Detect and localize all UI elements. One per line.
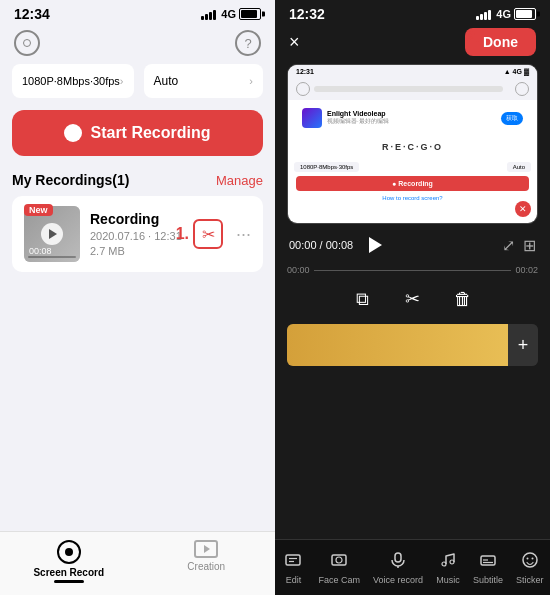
- ruler-mid: 00:02: [515, 265, 538, 275]
- timeline-controls: 00:00 / 00:08 ⤢ ⊞: [275, 224, 550, 262]
- edit-icon: [281, 548, 305, 572]
- toolbar-subtitle[interactable]: Subtitle: [473, 548, 503, 585]
- close-button[interactable]: ×: [289, 32, 300, 53]
- bottom-toolbar: Edit Face Cam: [275, 539, 550, 595]
- track-segment: [287, 324, 508, 366]
- right-signal-bars-icon: [476, 8, 491, 20]
- preview-mode-opt: Auto: [507, 162, 531, 172]
- scissors-symbol: ✂: [202, 225, 215, 244]
- music-label: Music: [436, 575, 460, 585]
- my-recordings-title: My Recordings(1): [12, 172, 129, 188]
- edit-label: Edit: [286, 575, 302, 585]
- timeline-track: +: [287, 324, 538, 366]
- svg-rect-0: [286, 555, 300, 565]
- quality-option[interactable]: 1080P·8Mbps·30fps ›: [12, 64, 134, 98]
- preview-app-name: Enlight Videoleap: [327, 110, 496, 117]
- play-icon: [369, 237, 382, 253]
- quality-label: 1080P·8Mbps·30fps: [22, 75, 120, 87]
- duration-bar: [28, 256, 76, 258]
- manage-button[interactable]: Manage: [216, 173, 263, 188]
- question-mark: ?: [244, 36, 251, 51]
- subtitle-icon: [476, 548, 500, 572]
- more-options-button[interactable]: ···: [236, 224, 251, 245]
- svg-point-13: [526, 558, 528, 560]
- step1-label: 1.: [176, 225, 189, 243]
- scissors-tool-button[interactable]: ✂: [398, 284, 428, 314]
- preview-content-text: R·E·C·G·O: [288, 136, 537, 158]
- voice-record-label: Voice record: [373, 575, 423, 585]
- screen-record-nav-icon: [57, 540, 81, 564]
- play-triangle-icon: [49, 229, 57, 239]
- preview-faq-link: How to record screen?: [288, 193, 537, 203]
- battery-icon: [239, 8, 261, 20]
- right-panel: 12:32 4G × 2. Done 12:31 ▲ 4G ▓: [275, 0, 550, 595]
- timeline-ruler: 00:00 00:02: [275, 262, 550, 278]
- bottom-nav: Screen Record Creation: [0, 531, 275, 595]
- time-display: 00:00 / 00:08: [289, 239, 353, 251]
- right-status-icons: 4G: [476, 8, 536, 20]
- preview-app-sub: 视频编辑器·最好的编辑: [327, 117, 496, 126]
- scissors-tool-icon: ✂: [405, 288, 420, 310]
- left-status-bar: 12:34 4G: [0, 0, 275, 26]
- start-recording-button[interactable]: Start Recording: [12, 110, 263, 156]
- toolbar-voice-record[interactable]: Voice record: [373, 548, 423, 585]
- options-row: 1080P·8Mbps·30fps › Auto ›: [0, 64, 275, 110]
- preview-mini-app: Enlight Videoleap 视频编辑器·最好的编辑 获取: [296, 104, 529, 132]
- sticker-label: Sticker: [516, 575, 544, 585]
- toolbar-music[interactable]: Music: [436, 548, 460, 585]
- mode-option[interactable]: Auto ›: [144, 64, 263, 98]
- scissors-icon: ✂: [193, 219, 223, 249]
- new-badge: New: [24, 204, 53, 216]
- left-time: 12:34: [14, 6, 50, 22]
- creation-nav-icon: [194, 540, 218, 558]
- face-cam-icon: [327, 548, 351, 572]
- video-preview: 12:31 ▲ 4G ▓ Enlight Videoleap 视频编辑器·最好的…: [287, 64, 538, 224]
- preview-quality-opt: 1080P·8Mbps·30fps: [294, 162, 359, 172]
- recording-item: New 00:08 Recording 2020.07.16 · 12:31 2…: [12, 196, 263, 272]
- screen-record-icon[interactable]: [14, 30, 40, 56]
- left-status-icons: 4G: [201, 8, 261, 20]
- toolbar-face-cam[interactable]: Face Cam: [318, 548, 360, 585]
- preview-phone-screen: 12:31 ▲ 4G ▓ Enlight Videoleap 视频编辑器·最好的…: [288, 65, 537, 223]
- toolbar-sticker[interactable]: Sticker: [516, 548, 544, 585]
- track-add-button[interactable]: +: [508, 324, 538, 366]
- play-button[interactable]: [41, 223, 63, 245]
- toolbar-edit[interactable]: Edit: [281, 548, 305, 585]
- play-pause-button[interactable]: [361, 232, 387, 258]
- music-icon: [436, 548, 460, 572]
- signal-bars-icon: [201, 8, 216, 20]
- right-status-bar: 12:32 4G: [275, 0, 550, 26]
- my-recordings-header: My Recordings(1) Manage: [0, 172, 275, 196]
- ruler-start: 00:00: [287, 265, 310, 275]
- svg-rect-5: [395, 553, 401, 562]
- network-label: 4G: [221, 8, 236, 20]
- preview-close-icon: ✕: [515, 201, 531, 217]
- preview-mini-circle-icon: [296, 82, 310, 96]
- nav-screen-record[interactable]: Screen Record: [0, 532, 138, 587]
- preview-app-get-btn: 获取: [501, 112, 523, 125]
- help-icon[interactable]: ?: [235, 30, 261, 56]
- nav-creation-label: Creation: [187, 561, 225, 572]
- trash-icon: 🗑: [454, 289, 472, 310]
- preview-mini-header: [288, 78, 537, 100]
- fullscreen-icon[interactable]: ⊞: [523, 236, 536, 255]
- nav-creation[interactable]: Creation: [138, 532, 276, 587]
- edit-tools: ⧉ ✂ 🗑: [275, 278, 550, 320]
- copy-icon: ⧉: [356, 289, 369, 310]
- right-network-label: 4G: [496, 8, 511, 20]
- expand-icon[interactable]: ⤢: [502, 236, 515, 255]
- nav-active-indicator: [54, 580, 84, 583]
- step1-annotation: 1. ✂: [176, 219, 223, 249]
- preview-time: 12:31: [296, 68, 314, 75]
- duration-label: 00:08: [29, 246, 52, 256]
- add-track-icon: +: [518, 335, 529, 356]
- preview-app-info: Enlight Videoleap 视频编辑器·最好的编辑: [327, 110, 496, 126]
- right-header: × 2. Done: [275, 26, 550, 64]
- trash-tool-button[interactable]: 🗑: [448, 284, 478, 314]
- preview-app-icon: [302, 108, 322, 128]
- sticker-icon: [518, 548, 542, 572]
- step2-label: 2.: [465, 28, 480, 49]
- copy-tool-button[interactable]: ⧉: [348, 284, 378, 314]
- preview-mini-options: 1080P·8Mbps·30fps Auto: [288, 160, 537, 174]
- svg-point-14: [531, 558, 533, 560]
